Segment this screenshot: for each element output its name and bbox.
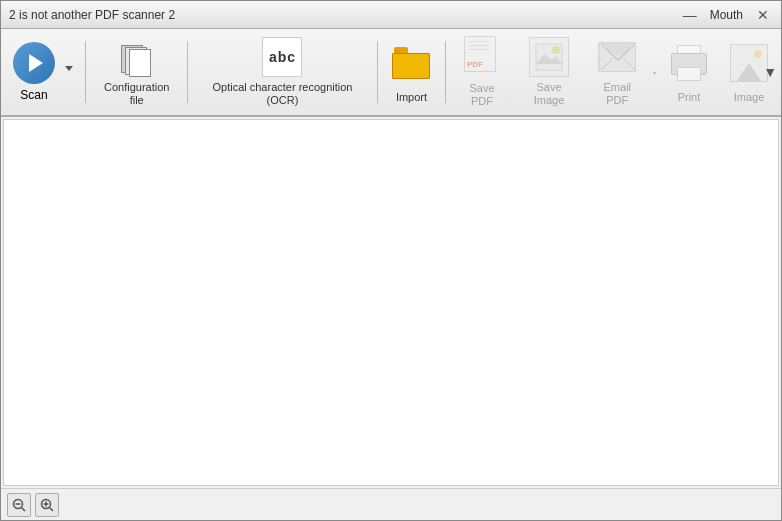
separator-2	[187, 41, 188, 103]
svg-rect-3	[599, 42, 635, 72]
import-label: Import	[396, 91, 427, 104]
print-label: Print	[678, 91, 701, 104]
close-button[interactable]: ✕	[753, 5, 773, 25]
chevron-down-icon	[65, 66, 73, 71]
zoom-in-icon	[40, 498, 54, 512]
config-label: Configuration file	[98, 81, 176, 107]
scan-icon	[13, 42, 55, 84]
save-image-label: Save Image	[522, 81, 577, 107]
print-button[interactable]: Print	[659, 33, 719, 111]
save-pdf-button[interactable]: Save PDF	[450, 33, 513, 111]
import-icon	[391, 39, 431, 87]
email-pdf-button[interactable]: Email PDF	[585, 33, 650, 111]
scan-dropdown-arrow[interactable]	[61, 66, 77, 79]
scan-button-group: Scan	[3, 33, 81, 111]
import-button[interactable]: Import	[381, 33, 441, 111]
scan-label: Scan	[20, 88, 47, 102]
svg-line-10	[50, 507, 54, 511]
configuration-file-button[interactable]: Configuration file	[90, 33, 184, 111]
window-title: 2 is not another PDF scanner 2	[9, 8, 680, 22]
main-window: 2 is not another PDF scanner 2 — Mouth ✕…	[0, 0, 782, 521]
ocr-button[interactable]: Optical character recognition (OCR)	[192, 33, 372, 111]
print-icon	[669, 39, 709, 87]
play-circle-icon	[13, 42, 55, 84]
title-controls: — Mouth ✕	[680, 5, 773, 25]
title-bar: 2 is not another PDF scanner 2 — Mouth ✕	[1, 1, 781, 29]
folder-body	[392, 53, 430, 79]
dot-separator: ·	[650, 33, 659, 111]
scan-button[interactable]: Scan	[7, 38, 61, 106]
email-pdf-icon	[597, 37, 637, 77]
save-image-icon	[529, 37, 569, 77]
mouth-label: Mouth	[704, 8, 749, 22]
save-pdf-icon	[462, 36, 502, 78]
config-icon	[117, 37, 157, 77]
zoom-out-button[interactable]	[7, 493, 31, 517]
minimize-button[interactable]: —	[680, 5, 700, 25]
svg-line-7	[22, 507, 26, 511]
toolbar: Scan Configuration file Op	[1, 29, 781, 117]
svg-point-2	[552, 46, 560, 54]
content-area	[3, 119, 779, 486]
save-image-button[interactable]: Save Image	[514, 33, 585, 111]
save-pdf-label: Save PDF	[458, 82, 505, 108]
separator-3	[377, 41, 378, 103]
ocr-icon	[262, 37, 302, 77]
ocr-label: Optical character recognition (OCR)	[200, 81, 364, 107]
separator-1	[85, 41, 86, 103]
status-bar	[1, 488, 781, 520]
zoom-in-button[interactable]	[35, 493, 59, 517]
zoom-out-icon	[12, 498, 26, 512]
toolbar-more-button[interactable]: ▼	[761, 62, 779, 82]
separator-4	[445, 41, 446, 103]
email-pdf-label: Email PDF	[593, 81, 642, 107]
image-label: Image	[734, 91, 765, 104]
